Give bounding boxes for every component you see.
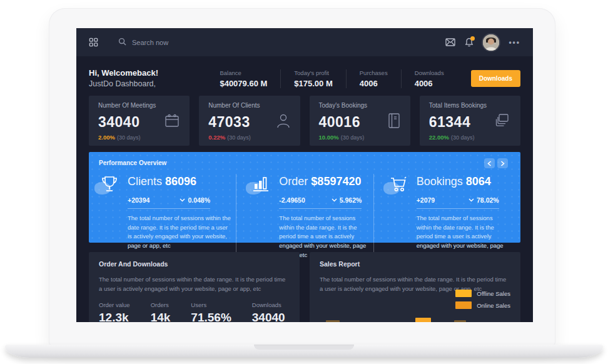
sales-bar — [415, 318, 431, 322]
greeting-subtitle: JustDo Dashboard, — [89, 79, 158, 89]
perf-item-title: Bookings 8064 — [417, 174, 491, 188]
order-downloads-panel: Order And Downloads The total number of … — [89, 252, 300, 322]
laptop-mockup: ••• Hi, Welcomeback! JustDo Dashboard, B… — [0, 0, 608, 364]
performance-title: Performance Overview — [99, 159, 510, 166]
carousel-next-button[interactable] — [497, 158, 508, 168]
sales-report-panel: Sales Report The total number of session… — [310, 252, 520, 322]
search-bar[interactable] — [118, 37, 207, 48]
stat-order-value: Order value 12.3k — [99, 301, 130, 322]
sales-bar-chart — [310, 252, 520, 322]
greeting-title: Hi, Welcomeback! — [89, 68, 158, 79]
perf-item-stats: -2.49650 5.962% — [279, 196, 362, 209]
header-row: Hi, Welcomeback! JustDo Dashboard, Balan… — [89, 56, 520, 93]
notification-dot — [470, 36, 475, 41]
header-stat-purchases: Purchases 4006 — [346, 69, 401, 88]
sales-bar — [454, 320, 466, 322]
perf-order: Order $8597420 -2.49650 5.962% The total… — [236, 174, 373, 260]
perf-item-stats: +20394 0.048% — [128, 196, 210, 209]
perf-item-title: Clients 86096 — [128, 174, 196, 188]
stat-orders: Orders 14k — [151, 301, 171, 322]
carousel-prev-button[interactable] — [484, 158, 495, 168]
calendar-icon — [164, 113, 180, 131]
search-input[interactable] — [132, 39, 207, 46]
chevron-down-icon — [332, 198, 337, 202]
perf-item-title: Order $8597420 — [279, 174, 361, 188]
order-downloads-title: Order And Downloads — [99, 260, 290, 268]
cart-icon — [388, 174, 412, 195]
chevron-down-icon — [469, 198, 474, 202]
user-icon — [276, 113, 291, 131]
notebook-icon — [387, 113, 401, 131]
laptop-base-notch — [254, 345, 354, 350]
dashboard-screen: ••• Hi, Welcomeback! JustDo Dashboard, B… — [76, 28, 533, 322]
sales-bar — [326, 320, 340, 322]
stat-users: Users 71.56% — [191, 301, 231, 322]
card-total-items[interactable]: Total Items Bookings 61344 22.00%(30 day… — [420, 96, 520, 146]
mail-icon[interactable] — [445, 38, 455, 46]
header-stat-downloads: Downloads 4006 — [401, 69, 457, 88]
layers-icon — [495, 113, 511, 131]
perf-bookings: Bookings 8064 +2079 78.02% The total num… — [373, 174, 510, 260]
laptop-base — [5, 345, 603, 358]
more-icon[interactable]: ••• — [509, 38, 520, 47]
trophy-icon — [99, 174, 123, 195]
bar-chart-icon — [250, 174, 274, 195]
perf-item-description: The total number of sessions within the … — [128, 214, 233, 251]
order-downloads-description: The total number of sessions within the … — [99, 275, 290, 293]
stat-cards-row: Number Of Meetings 34040 2.00%(30 days) — [89, 96, 520, 146]
card-todays-bookings[interactable]: Today's Bookings 40016 10.00%(30 days) — [310, 96, 410, 146]
avatar[interactable] — [483, 34, 499, 51]
perf-clients: Clients 86096 +20394 0.048% The total nu… — [99, 174, 236, 260]
stat-downloads: Downloads 34040 — [252, 301, 285, 322]
search-icon — [118, 37, 126, 48]
downloads-button[interactable]: Downloads — [471, 70, 520, 87]
performance-overview-panel: Performance Overview — [89, 152, 520, 243]
topbar: ••• — [76, 28, 533, 56]
bell-icon[interactable] — [465, 38, 474, 47]
header-stat-profit: Today's profit $175.00 M — [280, 69, 345, 88]
card-clients[interactable]: Number Of Clients 47033 0.22%(30 days) — [199, 96, 300, 146]
card-meetings[interactable]: Number Of Meetings 34040 2.00%(30 days) — [89, 96, 190, 146]
header-stat-balance: Balance $40079.60 M — [206, 69, 280, 88]
chevron-down-icon — [180, 198, 185, 202]
grid-icon[interactable] — [89, 38, 98, 47]
perf-item-stats: +2079 78.02% — [417, 196, 499, 209]
